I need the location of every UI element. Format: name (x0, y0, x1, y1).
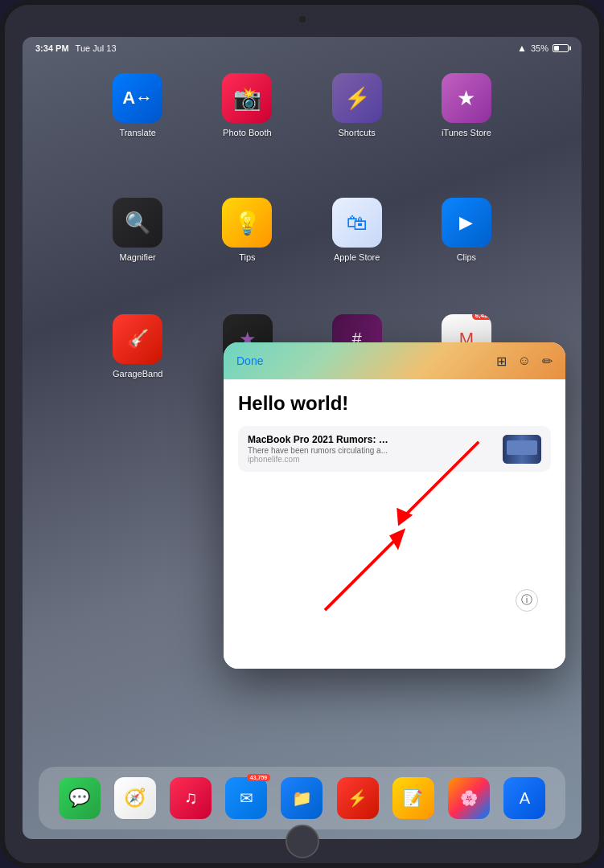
popup-done-button[interactable]: Done (236, 354, 263, 367)
mail-badge: 43,759 (247, 774, 270, 781)
music-icon: ♫ (184, 788, 198, 809)
spark-icon: ⚡ (347, 788, 368, 808)
app-item-photo-booth[interactable]: 📸 Photo Booth (196, 73, 298, 137)
itunes-icon: ★ (457, 86, 475, 111)
app-grid-row1: A↔ Translate 📸 Photo Booth ⚡ Shortcuts (87, 65, 517, 145)
svg-marker-1 (397, 508, 413, 526)
app-label-itunes-store: iTunes Store (442, 128, 491, 137)
dock-icon-spark: ⚡ (337, 777, 379, 819)
gmail-badge: 6,420 (472, 314, 491, 320)
popup-compose-icon[interactable]: ✏ (542, 354, 553, 369)
app-icon-garageband: 🎸 (113, 314, 162, 364)
photos-icon: 🌸 (460, 789, 478, 807)
camera-dot (299, 16, 306, 23)
link-card-description: There have been rumors circulating a... (248, 446, 495, 455)
app-icon-shortcuts: ⚡ (332, 73, 382, 123)
app-item-tips[interactable]: 💡 Tips (196, 198, 298, 262)
app-icon-magnifier: 🔍 (113, 198, 162, 248)
status-time: 3:34 PM (35, 43, 69, 53)
home-button[interactable] (286, 825, 319, 858)
dock-icon-safari: 🧭 (114, 777, 156, 819)
dock-icon-notes: 📝 (392, 777, 434, 819)
app-item-clips[interactable]: ▶ Clips (416, 198, 517, 262)
app-label-apple-store: Apple Store (334, 252, 380, 262)
dock-item-appstore[interactable]: A (503, 777, 545, 819)
magnifier-icon: 🔍 (125, 211, 150, 235)
appstore-icon: A (520, 789, 530, 808)
app-icon-translate: A↔ (113, 73, 162, 123)
popup-grid-icon[interactable]: ⊞ (496, 354, 507, 369)
mail-icon: ✉ (240, 788, 253, 808)
status-bar: 3:34 PM Tue Jul 13 ▲ 35% (23, 37, 581, 59)
dock-item-safari[interactable]: 🧭 (114, 777, 156, 819)
dock-icon-appstore: A (503, 777, 545, 819)
tips-icon: 💡 (233, 210, 261, 236)
app-item-garageband[interactable]: 🎸 GarageBand (113, 314, 162, 379)
battery-percent: 35% (531, 43, 549, 53)
app-icon-tips: 💡 (222, 198, 272, 248)
link-card[interactable]: MacBook Pro 2021 Rumors: M... There have… (238, 426, 551, 472)
dock-item-messages[interactable]: 💬 (59, 777, 101, 819)
ipad-screen: 3:34 PM Tue Jul 13 ▲ 35% A↔ Translate (23, 37, 581, 839)
link-card-title: MacBook Pro 2021 Rumors: M... (248, 434, 392, 445)
popup-body: Hello world! MacBook Pro 2021 Rumors: M.… (224, 379, 565, 669)
app-label-clips: Clips (457, 252, 476, 262)
app-grid-row2: 🔍 Magnifier 💡 Tips 🛍 Apple Store (87, 190, 517, 270)
notes-icon: 📝 (403, 788, 423, 808)
dock-item-notes[interactable]: 📝 (392, 777, 434, 819)
app-label-shortcuts: Shortcuts (338, 128, 375, 137)
dock-icon-photos: 🌸 (448, 777, 490, 819)
svg-line-2 (325, 537, 398, 610)
app-label-garageband: GarageBand (113, 369, 162, 379)
app-item-shortcuts[interactable]: ⚡ Shortcuts (306, 73, 408, 137)
dock-item-mail[interactable]: ✉ 43,759 (225, 777, 267, 819)
dock: 💬 🧭 ♫ ✉ 43,759 (39, 767, 565, 829)
popup-header: Done ⊞ ☺ ✏ (224, 342, 565, 379)
dock-item-files[interactable]: 📁 (281, 777, 323, 819)
svg-marker-3 (389, 528, 405, 550)
popup-title: Hello world! (238, 392, 551, 415)
dock-item-spark[interactable]: ⚡ (337, 777, 379, 819)
dock-icon-mail: ✉ (225, 777, 267, 819)
dock-item-music[interactable]: ♫ (170, 777, 212, 819)
link-card-thumbnail (503, 435, 541, 464)
popup-icons: ⊞ ☺ ✏ (496, 354, 553, 369)
photo-booth-icon: 📸 (233, 85, 261, 112)
popup-info-icon[interactable]: ⓘ (516, 589, 538, 612)
app-item-translate[interactable]: A↔ Translate (87, 73, 188, 137)
link-card-text: MacBook Pro 2021 Rumors: M... There have… (248, 434, 495, 464)
app-icon-apple-store: 🛍 (332, 198, 382, 248)
files-icon: 📁 (292, 788, 312, 808)
app-item-itunes-store[interactable]: ★ iTunes Store (416, 73, 517, 137)
circle-info-symbol: ⓘ (521, 593, 532, 608)
apple-store-icon: 🛍 (347, 211, 368, 235)
dock-icon-files: 📁 (281, 777, 323, 819)
dock-icon-music: ♫ (170, 777, 212, 819)
wifi-icon: ▲ (517, 43, 527, 54)
app-item-magnifier[interactable]: 🔍 Magnifier (87, 198, 188, 262)
app-item-apple-store[interactable]: 🛍 Apple Store (306, 198, 408, 262)
app-label-photo-booth: Photo Booth (223, 128, 272, 137)
dock-item-photos[interactable]: 🌸 (448, 777, 490, 819)
app-icon-photo-booth: 📸 (222, 73, 272, 123)
ipad-frame: 3:34 PM Tue Jul 13 ▲ 35% A↔ Translate (0, 0, 604, 868)
messages-icon: 💬 (68, 788, 90, 809)
status-date: Tue Jul 13 (76, 43, 117, 53)
app-icon-itunes: ★ (442, 73, 491, 123)
battery-icon (553, 44, 569, 52)
app-icon-clips: ▶ (442, 198, 491, 248)
app-label-tips: Tips (239, 252, 255, 262)
safari-icon: 🧭 (124, 788, 146, 809)
macbook-thumbnail-image (503, 435, 541, 464)
popup-emoji-icon[interactable]: ☺ (518, 354, 531, 368)
translate-icon: A↔ (122, 88, 153, 108)
shortcuts-icon: ⚡ (344, 86, 370, 111)
clips-icon: ▶ (459, 212, 473, 233)
link-card-source: iphonelife.com (248, 455, 495, 464)
app-label-magnifier: Magnifier (120, 252, 156, 262)
app-label-translate: Translate (119, 128, 155, 137)
shortcuts-popup: Done ⊞ ☺ ✏ Hello world! MacBook Pro 2021… (224, 342, 565, 669)
dock-icon-messages: 💬 (59, 777, 101, 819)
garageband-icon: 🎸 (127, 329, 149, 350)
